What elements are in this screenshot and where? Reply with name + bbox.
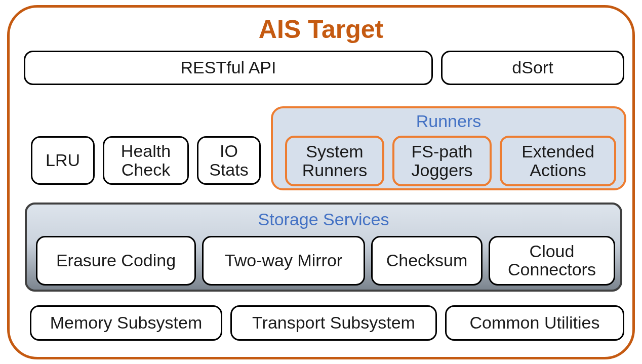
two-way-mirror-box: Two-way Mirror xyxy=(202,236,365,286)
system-runners-box: SystemRunners xyxy=(285,136,384,186)
storage-services-title: Storage Services xyxy=(27,210,620,229)
runners-group: Runners SystemRunners FS-pathJoggers Ext… xyxy=(271,106,626,190)
cloud-connectors-box: CloudConnectors xyxy=(489,236,615,286)
diagram-title: AIS Target xyxy=(10,15,632,44)
dsort-box: dSort xyxy=(441,51,624,85)
common-utilities-box: Common Utilities xyxy=(445,305,624,341)
io-stats-box: IOStats xyxy=(197,136,261,185)
ais-target-container: AIS Target RESTful API dSort LRU HealthC… xyxy=(7,5,635,359)
restful-api-box: RESTful API xyxy=(24,51,433,85)
memory-subsystem-box: Memory Subsystem xyxy=(30,305,222,341)
storage-services-group: Storage Services Erasure Coding Two-way … xyxy=(25,203,622,292)
fspath-joggers-box: FS-pathJoggers xyxy=(392,136,492,186)
runners-title: Runners xyxy=(273,111,624,131)
transport-subsystem-box: Transport Subsystem xyxy=(230,305,437,341)
checksum-box: Checksum xyxy=(371,236,483,286)
extended-actions-box: ExtendedActions xyxy=(500,136,616,186)
health-check-box: HealthCheck xyxy=(103,136,189,185)
lru-box: LRU xyxy=(31,136,95,185)
erasure-coding-box: Erasure Coding xyxy=(36,236,196,286)
